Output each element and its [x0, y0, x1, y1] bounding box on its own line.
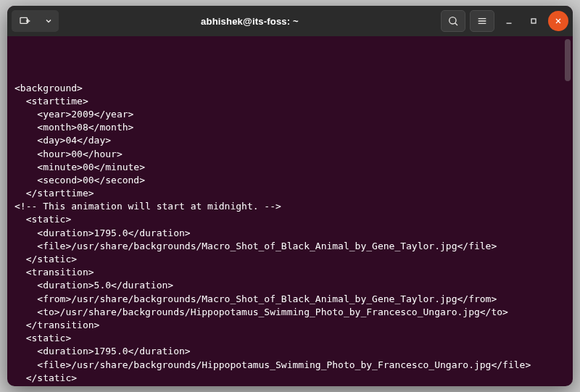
- terminal-line: </transition>: [14, 319, 566, 332]
- tab-dropdown-button[interactable]: [38, 10, 59, 32]
- terminal-line: <year>2009</year>: [14, 108, 566, 121]
- terminal-line: </static>: [14, 253, 566, 266]
- svg-line-4: [455, 23, 457, 25]
- terminal-line: </starttime>: [14, 187, 566, 200]
- minimize-icon: [505, 17, 513, 25]
- terminal-line: <file>/usr/share/backgrounds/Hippopotamu…: [14, 359, 566, 372]
- terminal-content: <background> <starttime> <year>2009</yea…: [14, 82, 566, 386]
- terminal-line: <to>/usr/share/backgrounds/Hippopotamus_…: [14, 306, 566, 319]
- window-title: abhishek@its-foss: ~: [63, 16, 436, 27]
- close-button[interactable]: [548, 11, 568, 31]
- scrollbar-thumb[interactable]: [565, 39, 571, 81]
- maximize-icon: [529, 17, 538, 25]
- minimize-button[interactable]: [499, 11, 519, 31]
- search-icon: [447, 15, 459, 27]
- terminal-line: <starttime>: [14, 95, 566, 108]
- terminal-line: </static>: [14, 372, 566, 385]
- svg-point-3: [450, 17, 456, 24]
- terminal-line: <second>00</second>: [14, 174, 566, 187]
- terminal-line: <hour>00</hour>: [14, 148, 566, 161]
- chevron-down-icon: [44, 17, 53, 25]
- terminal-line: <minute>00</minute>: [14, 161, 566, 174]
- terminal-line: <duration>1795.0</duration>: [14, 345, 566, 358]
- tab-button-group: [12, 10, 59, 32]
- terminal-line: <duration>5.0</duration>: [14, 279, 566, 292]
- terminal-line: <month>08</month>: [14, 121, 566, 134]
- titlebar-right-group: [441, 10, 568, 32]
- titlebar: abhishek@its-foss: ~: [7, 6, 573, 36]
- terminal-line: <file>/usr/share/backgrounds/Macro_Shot_…: [14, 240, 566, 253]
- terminal-line: <transition>: [14, 385, 566, 386]
- maximize-button[interactable]: [523, 11, 544, 31]
- terminal-area[interactable]: <background> <starttime> <year>2009</yea…: [7, 36, 573, 386]
- hamburger-icon: [476, 15, 488, 27]
- terminal-window: abhishek@its-foss: ~: [7, 6, 573, 386]
- terminal-line: <transition>: [14, 266, 566, 279]
- terminal-line: <!-- This animation will start at midnig…: [14, 200, 566, 213]
- terminal-line: <static>: [14, 213, 566, 226]
- close-icon: [554, 17, 563, 25]
- svg-rect-9: [531, 19, 536, 23]
- terminal-line: <duration>1795.0</duration>: [14, 227, 566, 240]
- menu-button[interactable]: [470, 10, 494, 32]
- svg-rect-0: [20, 17, 27, 23]
- terminal-line: <day>04</day>: [14, 134, 566, 147]
- terminal-line: <static>: [14, 332, 566, 345]
- new-tab-button[interactable]: [12, 10, 38, 32]
- search-button[interactable]: [441, 10, 465, 32]
- new-tab-icon: [19, 15, 30, 27]
- terminal-line: <from>/usr/share/backgrounds/Macro_Shot_…: [14, 293, 566, 306]
- terminal-line: <background>: [14, 82, 566, 95]
